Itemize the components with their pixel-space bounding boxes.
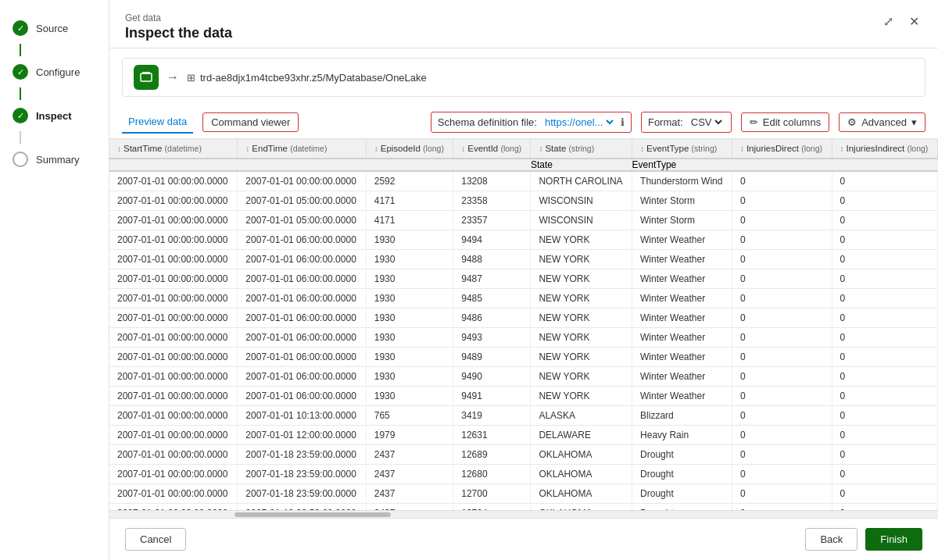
connector-1 — [20, 44, 21, 56]
sidebar-item-label-summary: Summary — [36, 154, 80, 166]
step-circle-inspect: ✓ — [13, 108, 28, 123]
edit-columns-icon: ✏ — [750, 116, 758, 128]
cell-r5-c6: 0 — [732, 269, 832, 289]
tab-preview-data[interactable]: Preview data — [122, 111, 193, 134]
cell-r8-c1: 2007-01-01 06:00:00.0000 — [238, 328, 366, 348]
sidebar-item-summary[interactable]: Summary — [0, 144, 109, 175]
cell-r8-c7: 0 — [832, 328, 937, 348]
cell-r17-c1: 2007-01-18 23:59:00.0000 — [238, 504, 366, 511]
schema-definition-select[interactable]: Schema definition file: https://onel... … — [431, 112, 632, 133]
cell-r13-c7: 0 — [832, 426, 937, 445]
table-body: 2007-01-01 00:00:00.00002007-01-01 00:00… — [109, 171, 938, 510]
cell-r3-c1: 2007-01-01 06:00:00.0000 — [238, 230, 366, 250]
cell-r0-c1: 2007-01-01 00:00:00.0000 — [238, 171, 366, 191]
cell-r12-c4: ALASKA — [531, 406, 632, 426]
cell-r15-c4: OKLAHOMA — [531, 465, 632, 484]
cell-r5-c1: 2007-01-01 06:00:00.0000 — [238, 269, 366, 289]
cell-r7-c0: 2007-01-01 00:00:00.0000 — [109, 309, 238, 328]
cell-r2-c4: WISCONSIN — [531, 211, 632, 230]
schema-label: Schema definition file: — [438, 116, 537, 128]
cell-r15-c1: 2007-01-18 23:59:00.0000 — [238, 465, 366, 484]
cell-r9-c6: 0 — [732, 348, 832, 367]
tab-command-viewer[interactable]: Command viewer — [202, 112, 299, 132]
cell-r1-c6: 0 — [732, 191, 832, 211]
table-row: 2007-01-01 00:00:00.00002007-01-01 06:00… — [109, 289, 938, 309]
sort-icon-starttime: ↕ — [117, 144, 121, 153]
cell-r15-c7: 0 — [832, 465, 937, 484]
cell-r16-c3: 12700 — [453, 484, 531, 504]
cell-r6-c6: 0 — [732, 289, 832, 309]
header-title: Inspect the data — [125, 25, 232, 41]
cell-r7-c2: 1930 — [366, 309, 453, 328]
cell-r11-c2: 1930 — [366, 387, 453, 406]
cell-r14-c5: Drought — [632, 445, 732, 465]
table-row: 2007-01-01 00:00:00.00002007-01-01 05:00… — [109, 191, 938, 211]
edit-columns-button[interactable]: ✏ Edit columns — [741, 112, 829, 132]
cell-r16-c6: 0 — [732, 484, 832, 504]
cell-r2-c3: 23357 — [453, 211, 531, 230]
cell-r6-c1: 2007-01-01 06:00:00.0000 — [238, 289, 366, 309]
cell-r12-c2: 765 — [366, 406, 453, 426]
cell-r4-c6: 0 — [732, 250, 832, 269]
cell-r2-c6: 0 — [732, 211, 832, 230]
cell-r14-c1: 2007-01-18 23:59:00.0000 — [238, 445, 366, 465]
scrollbar-thumb[interactable] — [234, 512, 391, 517]
cell-r16-c1: 2007-01-18 23:59:00.0000 — [238, 484, 366, 504]
data-table: ↕StartTime (datetime) ↕EndTime (datetime… — [109, 139, 938, 510]
table-icon: ⊞ — [187, 72, 195, 84]
cell-r12-c5: Blizzard — [632, 406, 732, 426]
close-icon[interactable]: ✕ — [906, 12, 922, 30]
cell-r1-c3: 23358 — [453, 191, 531, 211]
advanced-button[interactable]: ⚙ Advanced ▾ — [839, 112, 925, 132]
cell-r13-c6: 0 — [732, 426, 832, 445]
main-header: Get data Inspect the data ⤢ ✕ — [109, 0, 938, 48]
sort-icon-injuriesdirect: ↕ — [740, 144, 744, 153]
cell-r6-c3: 9485 — [453, 289, 531, 309]
expand-icon[interactable]: ⤢ — [880, 12, 897, 30]
sidebar-item-configure[interactable]: ✓ Configure — [0, 56, 109, 87]
subheader-episodeid — [366, 159, 453, 171]
table-row: 2007-01-01 00:00:00.00002007-01-18 23:59… — [109, 465, 938, 484]
data-table-container: ↕StartTime (datetime) ↕EndTime (datetime… — [109, 139, 938, 510]
schema-dropdown[interactable]: https://onel... — [542, 116, 616, 129]
format-select[interactable]: Format: CSV — [641, 112, 732, 133]
cell-r4-c7: 0 — [832, 250, 937, 269]
table-row: 2007-01-01 00:00:00.00002007-01-01 05:00… — [109, 211, 938, 230]
cell-r9-c7: 0 — [832, 348, 937, 367]
cell-r2-c1: 2007-01-01 05:00:00.0000 — [238, 211, 366, 230]
onelake-icon — [134, 65, 159, 90]
cell-r2-c0: 2007-01-01 00:00:00.0000 — [109, 211, 238, 230]
sidebar-item-source[interactable]: ✓ Source — [0, 12, 109, 44]
footer-right: Back Finish — [805, 528, 922, 551]
cell-r13-c3: 12631 — [453, 426, 531, 445]
cell-r8-c6: 0 — [732, 328, 832, 348]
cell-r0-c4: NORTH CAROLINA — [531, 171, 632, 191]
sidebar-item-label-inspect: Inspect — [36, 110, 72, 122]
cell-r3-c3: 9494 — [453, 230, 531, 250]
cancel-button[interactable]: Cancel — [125, 528, 186, 551]
cell-r7-c5: Winter Weather — [632, 309, 732, 328]
format-dropdown[interactable]: CSV — [688, 116, 725, 129]
sort-icon-state: ↕ — [539, 144, 542, 153]
cell-r11-c1: 2007-01-01 06:00:00.0000 — [238, 387, 366, 406]
header-icons: ⤢ ✕ — [880, 12, 922, 30]
col-header-starttime: ↕StartTime (datetime) — [109, 139, 238, 159]
cell-r3-c2: 1930 — [366, 230, 453, 250]
horizontal-scrollbar[interactable] — [109, 510, 938, 518]
col-header-endtime: ↕EndTime (datetime) — [238, 139, 366, 159]
info-icon[interactable]: ℹ — [621, 116, 625, 128]
subheader-injuriesdirect — [732, 159, 832, 171]
cell-r17-c5: Drought — [632, 504, 732, 511]
back-button[interactable]: Back — [805, 528, 857, 551]
cell-r8-c2: 1930 — [366, 328, 453, 348]
cell-r9-c2: 1930 — [366, 348, 453, 367]
cell-r0-c0: 2007-01-01 00:00:00.0000 — [109, 171, 238, 191]
cell-r11-c5: Winter Weather — [632, 387, 732, 406]
chevron-down-icon: ▾ — [911, 116, 917, 128]
sidebar-item-inspect[interactable]: ✓ Inspect — [0, 100, 109, 131]
table-row: 2007-01-01 00:00:00.00002007-01-18 23:59… — [109, 504, 938, 511]
cell-r17-c6: 0 — [732, 504, 832, 511]
cell-r3-c7: 0 — [832, 230, 937, 250]
finish-button[interactable]: Finish — [865, 528, 922, 551]
cell-r10-c3: 9490 — [453, 367, 531, 387]
